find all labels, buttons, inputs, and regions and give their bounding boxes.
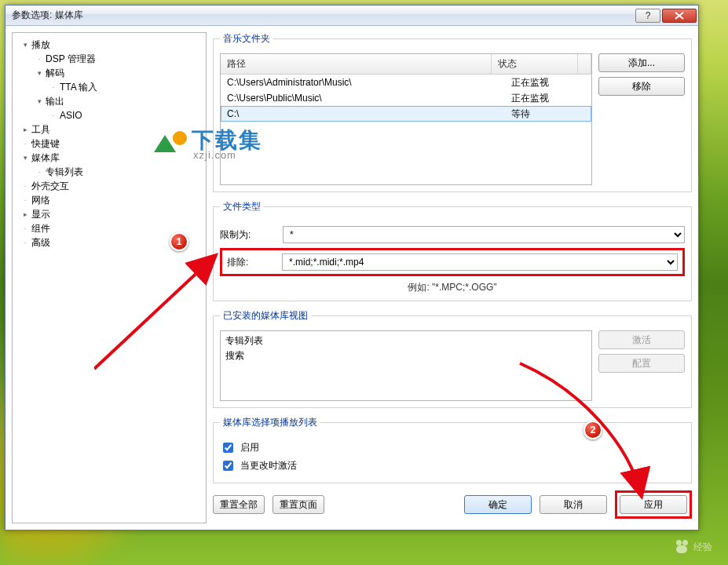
tree-item-label: 专辑列表 (46, 166, 83, 179)
tree-toggle-icon[interactable]: · (49, 111, 58, 119)
tree-item-label: 播放 (31, 38, 50, 52)
col-gap (578, 54, 591, 74)
tree-item-label: 工具 (31, 123, 50, 137)
tree-toggle-icon[interactable]: · (20, 140, 30, 148)
tree-item-label: 高级 (31, 236, 50, 250)
tree-toggle-icon[interactable]: · (35, 55, 44, 63)
cell-path: C:\Users\Administrator\Music\ (221, 76, 505, 89)
tree-item-label: 输出 (46, 95, 64, 108)
remove-folder-button[interactable]: 移除 (598, 77, 685, 96)
folders-table-header: 路径 状态 (221, 54, 591, 75)
filetype-group: 文件类型 限制为: * 排除: *.mid;*.midi;*.mp4 例如: "… (213, 200, 692, 301)
music-folders-group: 音乐文件夹 路径 状态 C:\Users\Administrator\Music… (213, 32, 692, 192)
tree-toggle-icon[interactable]: ▾ (20, 41, 30, 49)
cell-path: C:\Users\Public\Music\ (221, 92, 505, 104)
table-row[interactable]: C:\等待 (221, 106, 591, 122)
tree-item[interactable]: ▸工具 (16, 122, 203, 137)
legend-filetype: 文件类型 (220, 200, 264, 213)
tree-item-label: TTA 输入 (60, 81, 97, 94)
tree-item-label: 解码 (46, 67, 64, 80)
table-row[interactable]: C:\Users\Public\Music\正在监视 (221, 90, 591, 106)
legend-views: 已安装的媒体库视图 (220, 309, 311, 323)
cell-status: 正在监视 (505, 91, 591, 106)
restrict-label: 限制为: (220, 228, 275, 242)
tree-item[interactable]: ▸显示 (16, 207, 203, 221)
folders-table[interactable]: 路径 状态 C:\Users\Administrator\Music\正在监视C… (220, 53, 592, 185)
tree-toggle-icon[interactable]: ▾ (20, 154, 30, 162)
exclude-select[interactable]: *.mid;*.midi;*.mp4 (282, 253, 678, 271)
tree-toggle-icon[interactable]: · (35, 168, 44, 176)
tree-item[interactable]: ▾媒体库 (16, 151, 203, 165)
tree-toggle-icon[interactable]: · (20, 224, 30, 232)
add-folder-button[interactable]: 添加... (598, 53, 685, 72)
tree-item[interactable]: ▾播放 (16, 38, 203, 52)
activate-on-change-label: 当更改时激活 (240, 459, 297, 472)
reset-page-button[interactable]: 重置页面 (273, 495, 324, 514)
activate-on-change-checkbox[interactable] (223, 461, 233, 471)
annotation-badge-2: 2 (583, 421, 602, 439)
tree-item-label: ASIO (60, 110, 82, 121)
tree-item-label: 媒体库 (31, 151, 60, 165)
activate-view-button[interactable]: 激活 (598, 330, 685, 349)
tree-item[interactable]: ·快捷键 (16, 137, 203, 151)
tree-item[interactable]: ·网络 (16, 193, 203, 207)
exclude-highlight: 排除: *.mid;*.midi;*.mp4 (220, 248, 685, 276)
close-icon (675, 12, 684, 20)
legend-folders: 音乐文件夹 (220, 32, 273, 46)
tree-item-label: DSP 管理器 (46, 53, 96, 66)
cell-status: 正在监视 (505, 75, 591, 90)
annotation-badge-1: 1 (170, 232, 188, 251)
tree-item[interactable]: ·TTA 输入 (16, 80, 203, 94)
tree-item-label: 组件 (31, 222, 50, 235)
titlebar: 参数选项: 媒体库 ? (5, 5, 698, 26)
cell-path: C:\ (221, 108, 505, 120)
tree-item[interactable]: ·外壳交互 (16, 179, 203, 193)
tree-item[interactable]: ·ASIO (16, 108, 203, 122)
tree-item[interactable]: ·专辑列表 (16, 165, 203, 179)
tree-item[interactable]: ▾解码 (16, 66, 203, 80)
tree-toggle-icon[interactable]: · (20, 239, 30, 246)
filetype-hint: 例如: "*.MPC;*.OGG" (220, 281, 685, 294)
close-button[interactable] (662, 9, 697, 23)
tree-item[interactable]: ·DSP 管理器 (16, 52, 203, 66)
tree-item-label: 外壳交互 (31, 180, 69, 193)
window-title: 参数选项: 媒体库 (12, 9, 634, 22)
enable-checkbox[interactable] (223, 443, 233, 453)
tree-item[interactable]: ▾输出 (16, 94, 203, 108)
tree-toggle-icon[interactable]: · (20, 196, 30, 204)
cell-status: 等待 (505, 107, 591, 122)
tree-toggle-icon[interactable]: ▸ (20, 210, 30, 218)
tree-toggle-icon[interactable]: · (20, 182, 30, 190)
tree-toggle-icon[interactable]: ▸ (20, 126, 30, 133)
enable-label: 启用 (240, 441, 259, 454)
restrict-select[interactable]: * (283, 226, 685, 243)
tree-toggle-icon[interactable]: ▾ (35, 97, 44, 105)
col-path[interactable]: 路径 (221, 54, 492, 74)
svg-line-0 (94, 255, 216, 369)
legend-playlist: 媒体库选择项播放列表 (220, 416, 320, 429)
reset-all-button[interactable]: 重置全部 (213, 495, 265, 514)
help-button[interactable]: ? (635, 9, 660, 23)
tree-item-label: 网络 (31, 194, 50, 207)
exclude-label: 排除: (227, 256, 269, 269)
tree-item-label: 显示 (31, 208, 50, 221)
tree-toggle-icon[interactable]: ▾ (35, 69, 44, 77)
table-row[interactable]: C:\Users\Administrator\Music\正在监视 (221, 75, 591, 90)
annotation-arrow-1 (94, 243, 228, 377)
tree-item-label: 快捷键 (31, 137, 60, 151)
tree-toggle-icon[interactable]: · (49, 83, 58, 91)
col-status[interactable]: 状态 (492, 54, 578, 74)
list-item[interactable]: 专辑列表 (225, 334, 587, 348)
